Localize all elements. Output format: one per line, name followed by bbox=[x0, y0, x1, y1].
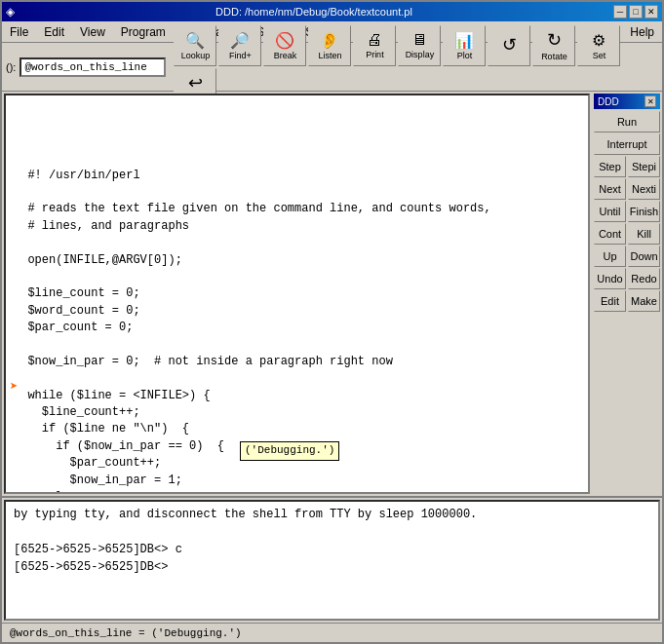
code-panel[interactable]: ➤ ('Debugging.') #! /usr/bin/perl # read… bbox=[4, 94, 590, 494]
set-button[interactable]: ⚙ Set bbox=[577, 25, 620, 66]
edit-pair: Edit Make bbox=[594, 290, 660, 312]
edit-button[interactable]: Edit bbox=[594, 290, 626, 312]
status-text: @words_on_this_line = ('Debugging.') bbox=[10, 627, 242, 639]
toolbar: (): 🔍 Lookup 🔎 Find+ 🚫 Break 👂 Listen 🖨 bbox=[2, 43, 662, 92]
expr-input[interactable] bbox=[20, 57, 166, 77]
break-icon: 🚫 bbox=[275, 31, 294, 50]
menu-view[interactable]: View bbox=[72, 21, 113, 42]
undo-pair: Undo Redo bbox=[594, 268, 660, 289]
print-icon: 🖨 bbox=[367, 31, 382, 49]
plot-icon: 📊 bbox=[454, 31, 474, 50]
find-icon: 🔎 bbox=[230, 31, 250, 50]
code-content: ➤ ('Debugging.') #! /usr/bin/perl # read… bbox=[6, 95, 588, 494]
cont-pair: Cont Kill bbox=[594, 223, 660, 245]
title-bar-icon: ◈ bbox=[6, 5, 15, 19]
display-label: Display bbox=[406, 50, 435, 59]
undo-side-button[interactable]: Undo bbox=[594, 268, 626, 289]
next-button[interactable]: Next bbox=[594, 178, 626, 200]
listen-label: Listen bbox=[318, 51, 341, 60]
side-panel-title: DDD ✕ bbox=[594, 94, 660, 109]
make-button[interactable]: Make bbox=[628, 290, 660, 312]
print-button[interactable]: 🖨 Print bbox=[353, 25, 396, 66]
title-bar-buttons: ─ □ ✕ bbox=[613, 5, 658, 19]
stepi-button[interactable]: Stepi bbox=[628, 156, 660, 177]
bottom-line-2 bbox=[14, 523, 650, 541]
interrupt-button[interactable]: Interrupt bbox=[594, 133, 660, 155]
redo-button[interactable]: Redo bbox=[628, 268, 660, 289]
bottom-panel[interactable]: by typing tty, and disconnect the shell … bbox=[4, 500, 660, 621]
listen-button[interactable]: 👂 Listen bbox=[308, 25, 351, 66]
step-button[interactable]: Step bbox=[594, 156, 626, 177]
next-pair: Next Nexti bbox=[594, 178, 660, 200]
plot-label: Plot bbox=[457, 51, 473, 60]
display-icon: 🖥 bbox=[411, 31, 427, 49]
find-label: Find+ bbox=[229, 51, 252, 60]
break-button[interactable]: 🚫 Break bbox=[263, 25, 306, 66]
main-window: ◈ DDD: /home/nm/Debug/Book/textcount.pl … bbox=[0, 0, 664, 644]
bottom-line-4: [6525->6525->6525]DB<> bbox=[14, 558, 650, 576]
close-button[interactable]: ✕ bbox=[644, 5, 658, 19]
lookup-label: Lookup bbox=[181, 51, 211, 60]
plot-button[interactable]: 📊 Plot bbox=[443, 25, 486, 66]
menu-edit[interactable]: Edit bbox=[36, 21, 72, 42]
find-button[interactable]: 🔎 Find+ bbox=[218, 25, 261, 66]
menu-file[interactable]: File bbox=[2, 21, 36, 42]
maximize-button[interactable]: □ bbox=[629, 5, 643, 19]
rotate-left-button[interactable]: ↺ bbox=[488, 25, 530, 66]
bottom-line-1: by typing tty, and disconnect the shell … bbox=[14, 506, 650, 523]
rotate-left-icon: ↺ bbox=[502, 34, 517, 56]
expr-label: (): bbox=[6, 61, 16, 73]
minimize-button[interactable]: ─ bbox=[613, 5, 627, 19]
title-bar: ◈ DDD: /home/nm/Debug/Book/textcount.pl … bbox=[2, 2, 662, 21]
set-label: Set bbox=[593, 51, 606, 60]
bottom-line-3: [6525->6525->6525]DB<> c bbox=[14, 541, 650, 558]
menu-program[interactable]: Program bbox=[113, 21, 174, 42]
arrow-indicator: ➤ bbox=[10, 377, 18, 397]
main-area: ➤ ('Debugging.') #! /usr/bin/perl # read… bbox=[2, 92, 662, 496]
rotate-label: Rotate bbox=[541, 52, 567, 61]
kill-button[interactable]: Kill bbox=[628, 223, 660, 245]
until-button[interactable]: Until bbox=[594, 201, 626, 222]
up-pair: Up Down bbox=[594, 246, 660, 267]
nexti-button[interactable]: Nexti bbox=[628, 178, 660, 200]
side-panel: DDD ✕ Run Interrupt Step Stepi Next Next… bbox=[592, 92, 662, 496]
lookup-icon: 🔍 bbox=[185, 31, 205, 50]
display-button[interactable]: 🖥 Display bbox=[398, 25, 441, 66]
rotate-right-button[interactable]: ↻ Rotate bbox=[532, 25, 575, 66]
lookup-button[interactable]: 🔍 Lookup bbox=[174, 25, 216, 66]
window-title: DDD: /home/nm/Debug/Book/textcount.pl bbox=[215, 6, 412, 18]
status-bar: @words_on_this_line = ('Debugging.') bbox=[2, 623, 662, 642]
step-pair: Step Stepi bbox=[594, 156, 660, 177]
bottom-area: by typing tty, and disconnect the shell … bbox=[2, 496, 662, 623]
up-button[interactable]: Up bbox=[594, 246, 626, 267]
toolbar-expr: (): bbox=[6, 57, 166, 77]
print-label: Print bbox=[366, 50, 384, 59]
tooltip-box: ('Debugging.') bbox=[240, 441, 339, 461]
rotate-right-icon: ↻ bbox=[547, 29, 562, 51]
break-label: Break bbox=[274, 51, 297, 60]
run-button[interactable]: Run bbox=[594, 111, 660, 133]
side-panel-label: DDD bbox=[598, 96, 619, 107]
cont-button[interactable]: Cont bbox=[594, 223, 626, 245]
set-icon: ⚙ bbox=[592, 31, 605, 50]
finish-button[interactable]: Finish bbox=[628, 201, 660, 222]
down-button[interactable]: Down bbox=[628, 246, 660, 267]
until-pair: Until Finish bbox=[594, 201, 660, 222]
side-panel-close-button[interactable]: ✕ bbox=[644, 95, 656, 107]
undo-icon: ↩ bbox=[188, 72, 203, 94]
listen-icon: 👂 bbox=[320, 31, 339, 50]
